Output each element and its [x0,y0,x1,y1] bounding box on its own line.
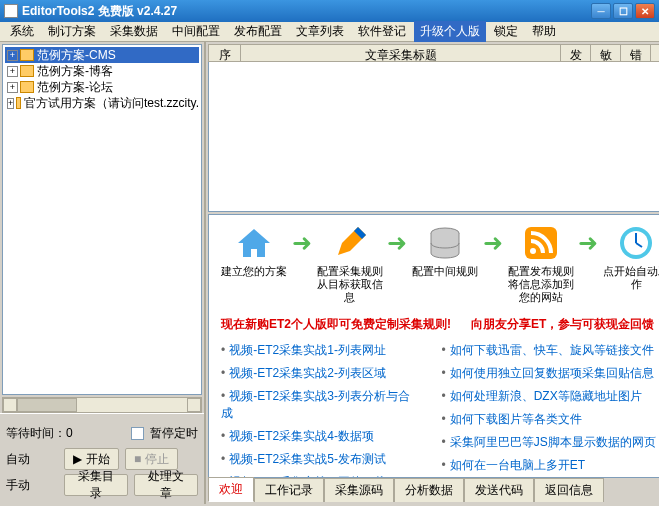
menu-1[interactable]: 制订方案 [42,21,102,42]
grid-body[interactable] [208,62,659,212]
tree-node-1[interactable]: +范例方案-博客 [5,63,199,79]
tab-4[interactable]: 发送代码 [464,478,534,502]
scroll-thumb[interactable] [17,398,77,412]
app-icon [4,4,18,18]
welcome-content: 建立您的方案➜配置采集规则从目标获取信息➜配置中间规则➜配置发布规则将信息添加到… [208,214,659,478]
rss-icon [521,223,561,263]
link-item[interactable]: •如何下载图片等各类文件 [441,408,659,431]
process-button[interactable]: 处理文章 [134,474,198,496]
col-header[interactable]: 序号 [209,45,241,61]
svg-point-2 [530,248,536,254]
titlebar: EditorTools2 免费版 v2.4.27 ─ ☐ ✕ [0,0,659,22]
menu-5[interactable]: 文章列表 [290,21,350,42]
pause-label: 暂停定时 [150,425,198,442]
step-text: 点开始自动工作 [603,265,659,291]
auto-label: 自动 [6,451,58,468]
folder-icon [16,97,21,109]
expand-icon[interactable]: + [7,50,18,61]
db-icon [425,223,465,263]
step-3[interactable]: 配置发布规则将信息添加到您的网站 [508,223,574,304]
expand-icon[interactable]: + [7,82,18,93]
link-item[interactable]: •如何使用独立回复数据项采集回贴信息 [441,362,659,385]
menu-7[interactable]: 升级个人版 [414,21,486,42]
step-text: 配置采集规则从目标获取信息 [317,265,383,304]
step-1[interactable]: 配置采集规则从目标获取信息 [317,223,383,304]
stop-button[interactable]: ■ 停止 [125,448,178,470]
col-header[interactable]: 发送 [561,45,591,61]
scheme-tree[interactable]: +范例方案-CMS+范例方案-博客+范例方案-论坛+官方试用方案（请访问test… [2,44,202,395]
promo-row: 现在新购ET2个人版即可免费定制采集规则! 向朋友分享ET，参与可获现金回馈！ [221,316,659,333]
col-header[interactable]: 处理 [651,45,659,61]
start-button[interactable]: ▶ 开始 [64,448,119,470]
links-columns: •视频-ET2采集实战1-列表网址•视频-ET2采集实战2-列表区域•视频-ET… [221,339,659,478]
menu-9[interactable]: 帮助 [526,21,562,42]
link-item[interactable]: •视频-ET2采集实战5-发布测试 [221,448,417,471]
col-header[interactable]: 敏感 [591,45,621,61]
link-item[interactable]: •如何处理新浪、DZX等隐藏地址图片 [441,385,659,408]
scroll-right-arrow[interactable] [187,398,201,412]
folder-icon [20,65,34,77]
tab-5[interactable]: 返回信息 [534,478,604,502]
house-icon [234,223,274,263]
pencil-icon [330,223,370,263]
promo-left[interactable]: 现在新购ET2个人版即可免费定制采集规则! [221,316,451,333]
folder-icon [20,49,34,61]
link-item[interactable]: •视频-ET2采集实战2-列表区域 [221,362,417,385]
expand-icon[interactable]: + [7,66,18,77]
menu-3[interactable]: 中间配置 [166,21,226,42]
link-item[interactable]: •采集阿里巴巴等JS脚本显示数据的网页 [441,431,659,454]
svg-rect-1 [525,227,557,259]
clock-icon [616,223,656,263]
close-button[interactable]: ✕ [635,3,655,19]
step-4[interactable]: 点开始自动工作 [603,223,659,291]
menubar: 系统制订方案采集数据中间配置发布配置文章列表软件登记升级个人版锁定帮助 [0,22,659,42]
grid-header: 序号文章采集标题发送敏感错误处理 [208,44,659,62]
bottom-tabs: 欢迎工作记录采集源码分析数据发送代码返回信息 [208,480,659,502]
expand-icon[interactable]: + [7,98,14,109]
tree-node-2[interactable]: +范例方案-论坛 [5,79,199,95]
tree-node-0[interactable]: +范例方案-CMS [5,47,199,63]
tab-1[interactable]: 工作记录 [254,478,324,502]
tree-node-3[interactable]: +官方试用方案（请访问test.zzcity. [5,95,199,111]
step-0[interactable]: 建立您的方案 [221,223,287,278]
step-text: 配置中间规则 [412,265,478,278]
col-header[interactable]: 文章采集标题 [241,45,561,61]
workflow-steps: 建立您的方案➜配置采集规则从目标获取信息➜配置中间规则➜配置发布规则将信息添加到… [221,223,659,304]
link-item[interactable]: •如何在一台电脑上多开ET [441,454,659,477]
menu-0[interactable]: 系统 [4,21,40,42]
control-panel: 等待时间：0 暂停定时 自动 ▶ 开始 ■ 停止 手动 采集目录 处理文章 [0,413,204,504]
manual-label: 手动 [6,477,58,494]
tab-2[interactable]: 采集源码 [324,478,394,502]
scroll-left-arrow[interactable] [3,398,17,412]
folder-icon [20,81,34,93]
node-label: 范例方案-论坛 [37,79,113,96]
promo-right[interactable]: 向朋友分享ET，参与可获现金回馈！ [471,316,659,333]
menu-8[interactable]: 锁定 [488,21,524,42]
step-2[interactable]: 配置中间规则 [412,223,478,278]
arrow-icon: ➜ [385,223,409,263]
collect-button[interactable]: 采集目录 [64,474,128,496]
pause-checkbox[interactable] [131,427,144,440]
links-right: •如何下载迅雷、快车、旋风等链接文件•如何使用独立回复数据项采集回贴信息•如何处… [441,339,659,478]
link-item[interactable]: •视频-ET2采集实战3-列表分析与合成 [221,385,417,425]
link-item[interactable]: •视频-ET2采集实战4-数据项 [221,425,417,448]
links-left: •视频-ET2采集实战1-列表网址•视频-ET2采集实战2-列表区域•视频-ET… [221,339,417,478]
menu-2[interactable]: 采集数据 [104,21,164,42]
tab-3[interactable]: 分析数据 [394,478,464,502]
arrow-icon: ➜ [481,223,505,263]
maximize-button[interactable]: ☐ [613,3,633,19]
tab-0[interactable]: 欢迎 [208,477,254,502]
menu-4[interactable]: 发布配置 [228,21,288,42]
node-label: 范例方案-CMS [37,47,116,64]
minimize-button[interactable]: ─ [591,3,611,19]
menu-6[interactable]: 软件登记 [352,21,412,42]
arrow-icon: ➜ [290,223,314,263]
link-item[interactable]: •视频-ET2采集实战1-列表网址 [221,339,417,362]
link-item[interactable]: •如何下载迅雷、快车、旋风等链接文件 [441,339,659,362]
arrow-icon: ➜ [576,223,600,263]
node-label: 范例方案-博客 [37,63,113,80]
col-header[interactable]: 错误 [621,45,651,61]
right-panel: 序号文章采集标题发送敏感错误处理 建立您的方案➜配置采集规则从目标获取信息➜配置… [206,42,659,504]
tree-hscrollbar[interactable] [2,397,202,413]
step-text: 建立您的方案 [221,265,287,278]
